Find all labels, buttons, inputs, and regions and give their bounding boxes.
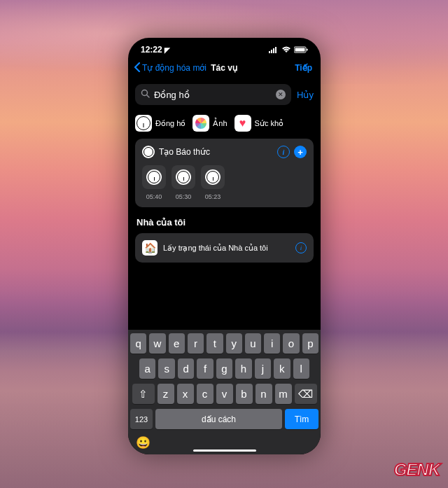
nav-title: Tác vụ [211, 63, 238, 73]
clear-icon[interactable] [276, 90, 286, 99]
key-o[interactable]: o [283, 333, 299, 354]
app-categories: Đồng hồ Ảnh Sức khỏ [128, 112, 321, 139]
search-text: Đồng hồ [154, 90, 272, 100]
key-j[interactable]: j [255, 358, 271, 379]
key-h[interactable]: h [235, 358, 251, 379]
search-icon [141, 88, 150, 101]
app-label: Ảnh [213, 119, 227, 128]
section-title: Nhà của tôi [128, 214, 321, 233]
alarm-time-2[interactable]: 05:23 [201, 165, 225, 200]
chevron-left-icon [134, 62, 141, 74]
key-space[interactable]: dấu cách [155, 409, 282, 429]
alarm-time-1[interactable]: 05:30 [172, 165, 195, 200]
nav-bar: Tự động hóa mới Tác vụ Tiếp [128, 59, 321, 77]
home-icon: 🏠 [142, 240, 158, 256]
key-r[interactable]: r [188, 333, 204, 354]
key-g[interactable]: g [216, 358, 232, 379]
key-u[interactable]: u [245, 333, 261, 354]
key-v[interactable]: v [216, 384, 233, 404]
time-label: 05:23 [205, 193, 221, 200]
clock-icon [142, 146, 155, 158]
key-m[interactable]: m [275, 384, 292, 404]
card-title: Tạo Báo thức [159, 147, 273, 157]
svg-rect-2 [273, 48, 274, 53]
info-icon[interactable] [277, 146, 290, 158]
keyboard: q w e r t y u i o p a s d f g h j k l ⇧ … [128, 330, 321, 454]
next-button[interactable]: Tiếp [295, 63, 312, 73]
svg-rect-3 [275, 47, 276, 53]
cancel-button[interactable]: Hủy [297, 90, 314, 100]
watermark: GENK [394, 460, 440, 480]
location-icon: ◤ [164, 46, 170, 54]
key-numbers[interactable]: 123 [130, 409, 153, 429]
key-k[interactable]: k [274, 358, 290, 379]
app-clock[interactable]: Đồng hồ [135, 115, 186, 132]
key-c[interactable]: c [197, 384, 214, 404]
key-z[interactable]: z [158, 384, 174, 404]
status-time: 12:22 ◤ [141, 45, 170, 55]
search-input[interactable]: Đồng hồ [135, 84, 291, 105]
home-indicator[interactable] [193, 449, 256, 452]
key-e[interactable]: e [169, 333, 185, 354]
phone-frame: 12:22 ◤ Tự động hóa mới Tác vụ Tiếp [128, 38, 321, 454]
key-x[interactable]: x [177, 384, 194, 404]
svg-line-8 [147, 95, 150, 98]
key-w[interactable]: w [149, 333, 165, 354]
alarm-card: Tạo Báo thức 05:40 05:30 05:23 [135, 139, 314, 207]
key-search[interactable]: Tìm [285, 409, 318, 429]
key-a[interactable]: a [139, 358, 155, 379]
app-health[interactable]: Sức khỏ [234, 115, 284, 132]
battery-icon [294, 46, 308, 53]
info-icon[interactable] [295, 242, 307, 253]
key-d[interactable]: d [178, 358, 194, 379]
svg-rect-6 [307, 49, 308, 51]
key-y[interactable]: y [226, 333, 242, 354]
key-emoji[interactable]: 😀 [136, 435, 150, 450]
svg-rect-5 [295, 48, 305, 52]
heart-icon [234, 115, 251, 132]
app-photos[interactable]: Ảnh [192, 115, 227, 132]
home-state-row[interactable]: 🏠 Lấy trạng thái của Nhà của tôi [135, 233, 314, 263]
svg-rect-1 [271, 50, 272, 53]
row-title: Lấy trạng thái của Nhà của tôi [163, 244, 290, 253]
key-i[interactable]: i [264, 333, 280, 354]
clock-icon [135, 115, 152, 132]
status-bar: 12:22 ◤ [128, 38, 321, 59]
app-label: Sức khỏ [255, 119, 284, 128]
back-button[interactable]: Tự động hóa mới [134, 62, 206, 74]
key-n[interactable]: n [255, 384, 272, 404]
key-q[interactable]: q [130, 333, 146, 354]
key-l[interactable]: l [293, 358, 309, 379]
key-backspace[interactable]: ⌫ [295, 384, 317, 404]
key-s[interactable]: s [158, 358, 174, 379]
alarm-time-0[interactable]: 05:40 [142, 165, 166, 200]
time-label: 05:40 [146, 193, 162, 200]
wifi-icon [281, 46, 291, 53]
app-label: Đồng hồ [155, 119, 186, 128]
key-p[interactable]: p [302, 333, 318, 354]
signal-icon [269, 46, 279, 53]
back-label: Tự động hóa mới [142, 63, 206, 73]
clock-icon [176, 169, 191, 185]
clock-icon [146, 169, 162, 185]
key-f[interactable]: f [197, 358, 213, 379]
key-t[interactable]: t [206, 333, 223, 354]
time-label: 05:30 [176, 193, 192, 200]
add-icon[interactable] [294, 146, 307, 158]
key-b[interactable]: b [236, 384, 253, 404]
search-row: Đồng hồ Hủy [128, 77, 321, 112]
photos-icon [192, 115, 209, 132]
clock-icon [205, 169, 220, 185]
svg-rect-0 [269, 51, 270, 53]
key-shift[interactable]: ⇧ [132, 384, 155, 404]
